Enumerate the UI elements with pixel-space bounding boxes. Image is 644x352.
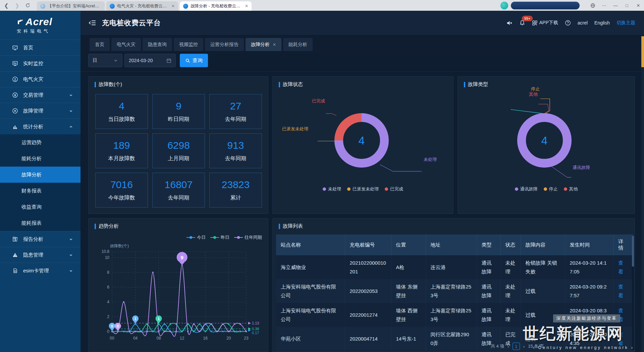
sidebar-item-label: esim卡管理 [23,268,49,274]
sidebar-collapse-icon[interactable] [89,19,97,27]
legend-item-通讯故障[interactable]: 通讯故障 [515,186,538,192]
date-input[interactable]: 2024-03-20 [124,54,176,67]
mute-icon[interactable] [506,20,513,26]
sidebar-item-9[interactable]: esim卡管理 [0,263,80,278]
pagination-page-1[interactable]: 1 [513,343,520,350]
sidebar-item-2[interactable]: 实时监控 [0,55,80,71]
tab-close-icon[interactable]: ✕ [273,42,276,47]
pagination: 共 4 项 ‹ 1 › 15 条/页 [491,343,544,350]
pagination-prev[interactable]: ‹ [507,344,509,349]
browser-forward-icon[interactable]: ❯ [13,1,21,10]
pagination-next[interactable]: › [523,344,525,349]
sidebar-item-3[interactable]: 电气火灾 [0,71,80,87]
svg-text:16: 16 [203,336,208,341]
sidebar-item-8[interactable]: 隐患管理 [0,247,80,263]
window-maximize-button[interactable]: □ [621,0,633,11]
legend-item-已派发未处理[interactable]: 已派发未处理 [347,186,379,192]
legend-item-停止[interactable]: 停止 [544,186,558,192]
legend-item-未处理[interactable]: 未处理 [323,186,341,192]
page-scrollbar-thumb[interactable] [641,36,644,67]
qr-code-icon [532,20,538,26]
sidebar-subitem-财务报表[interactable]: 财务报表 [0,183,80,199]
tab-favicon-platform [110,4,115,9]
acrel-logo-subtitle: 安科瑞电气 [17,28,80,34]
view-detail-link[interactable]: 查看 [619,332,624,346]
app-tabs: 首页电气火灾隐患查询视频监控运营分析报告故障分析✕能耗分析 [90,38,313,51]
tab-电气火灾[interactable]: 电气火灾 [111,38,141,51]
tab-close-icon[interactable]: ✕ [245,4,248,8]
sidebar-subitem-能耗报表[interactable]: 能耗报表 [0,215,80,231]
stat-value: 913 [227,140,244,151]
sidebar-subitem-故障分析[interactable]: 故障分析 [0,167,80,183]
legend-item-已完成[interactable]: 已完成 [385,186,403,192]
table-cell: 2024-03-20 09:27:57 [565,279,613,303]
table-cell: 查看 [613,255,633,279]
browser-menu-icon[interactable]: ⋯ [598,0,610,11]
table-scrollbar-thumb[interactable] [632,236,634,267]
sidebar-subitem-label: 故障分析 [21,172,42,178]
view-detail-link[interactable]: 查看 [619,284,624,298]
browser-tab-3[interactable]: 故障分析 - 充电桩收费云平台✕ [180,1,252,11]
table-column-类型: 类型 [477,234,500,255]
tab-视频监控[interactable]: 视频监控 [174,38,203,51]
legend-label: 停止 [549,186,558,192]
table-cell: 2022001274 [345,303,391,327]
sidebar-item-5[interactable]: 故障管理 [0,103,80,119]
browser-tab-2[interactable]: 电气火灾 - 充电桩收费云平台✕ [106,1,178,11]
table-cell: 通讯故障 [477,279,500,303]
browser-promo-pill[interactable] [511,2,580,9]
browser-profile-avatar[interactable] [500,2,508,9]
language-switch[interactable]: English [594,20,610,26]
app-download-button[interactable]: APP下载 [532,20,558,26]
trade-icon [12,92,18,98]
svg-text:9: 9 [181,255,183,260]
window-close-button[interactable]: ✕ [633,0,644,11]
sidebar-subitem-运营趋势[interactable]: 运营趋势 [0,134,80,150]
tab-label: 隐患查询 [148,42,167,48]
sidebar-item-4[interactable]: 交易管理 [0,87,80,103]
browser-reload-icon[interactable] [23,1,32,10]
svg-text:0.17: 0.17 [252,331,259,335]
search-icon [185,58,190,63]
table-row-2: 上海安科瑞电气股份有限公司2022002053墙体 东侧壁挂上海嘉定育绿路253… [276,279,633,303]
sidebar-item-7[interactable]: 报告分析 [0,231,80,247]
notifications-bell-icon[interactable]: 99+ [519,20,525,26]
table-cell: 墙体 西侧壁挂 [391,303,426,327]
tab-能耗分析[interactable]: 能耗分析 [283,38,313,51]
window-minimize-button[interactable]: — [610,0,621,11]
browser-tab-1[interactable]: 【平台介绍】安科瑞AcrelCloud-9 [37,1,105,11]
calendar-icon [166,58,171,63]
globe-icon[interactable] [587,0,598,11]
tab-故障分析[interactable]: 故障分析✕ [246,38,281,51]
svg-text:8: 8 [107,270,109,275]
sidebar-item-1[interactable]: 首页 [0,40,80,55]
sidebar-item-label: 隐患管理 [23,252,43,258]
sidebar-subitem-label: 财务报表 [21,188,42,194]
help-icon[interactable] [565,20,571,26]
tab-label: 首页 [95,42,104,48]
stat-label: 昨日同期 [168,116,190,123]
table-column-详情: 详情 [613,234,633,255]
period-select[interactable]: 日 [88,54,122,67]
user-name[interactable]: acrel [578,20,588,26]
stat-label: 本月故障数 [108,155,135,162]
pagination-page-size: 15 条/页 [528,343,544,349]
tab-close-icon[interactable]: ✕ [171,4,175,8]
sidebar-subitem-能耗分析[interactable]: 能耗分析 [0,150,80,167]
theme-switch-link[interactable]: 切换主题 [616,20,635,26]
tab-首页[interactable]: 首页 [90,38,110,51]
query-button[interactable]: 查询 [180,54,208,67]
view-detail-link[interactable]: 查看 [619,260,624,274]
tab-运营分析报告[interactable]: 运营分析报告 [205,38,244,51]
svg-text:2: 2 [107,314,109,319]
table-cell: 上海嘉定育绿路253号 [426,279,477,303]
browser-back-icon[interactable]: ❮ [2,1,11,10]
panel-fault-list: 故障列表 站点名称充电桩编号位置地址类型状态故障内容发生时间详情 海立威物业20… [272,218,635,352]
sidebar-subitem-收益查询[interactable]: 收益查询 [0,199,80,215]
tab-隐患查询[interactable]: 隐患查询 [143,38,172,51]
sidebar-item-6[interactable]: 统计分析 [0,119,80,134]
view-detail-link[interactable]: 查看 [619,308,624,322]
acrel-logo-brand: Acrel [17,16,80,28]
legend-item-其他[interactable]: 其他 [564,186,578,192]
stat-card-6: 913去年同期 [209,133,262,168]
